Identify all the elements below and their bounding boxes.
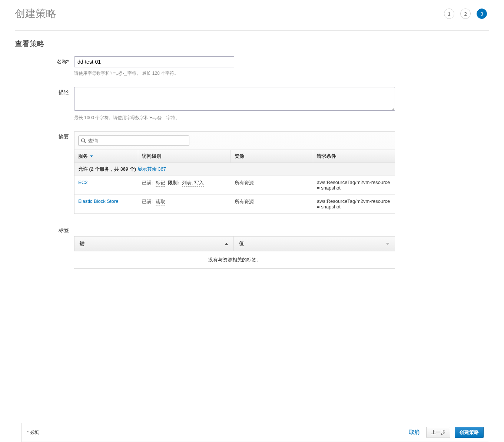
tags-headers: 键 值	[74, 236, 395, 251]
sort-asc-icon	[225, 243, 228, 245]
access-tag: 读取	[156, 198, 165, 205]
access-level-cell: 已满: 读取	[138, 195, 231, 213]
step-2[interactable]: 2	[460, 9, 471, 19]
header-service-label: 服务	[78, 153, 88, 160]
sort-desc-icon	[386, 243, 389, 245]
summary-headers: 服务 访问级别 资源 请求条件	[74, 150, 395, 163]
access-limit-values: 列表, 写入	[182, 180, 204, 187]
tags-panel: 键 值 没有与资源相关的标签。	[74, 236, 395, 269]
review-policy-title: 查看策略	[15, 39, 489, 49]
name-label: 名称*	[15, 56, 74, 84]
tags-empty-message: 没有与资源相关的标签。	[74, 251, 395, 269]
policy-row: EC2 已满: 标记 限制: 列表, 写入 所有资源 aws:ResourceT…	[74, 176, 395, 195]
search-icon	[81, 138, 86, 143]
request-condition-cell: aws:ResourceTag/m2vm-resource = snapshot	[313, 195, 395, 213]
svg-point-0	[82, 139, 85, 142]
summary-label: 摘要	[15, 131, 74, 214]
resource-cell: 所有资源	[231, 195, 313, 213]
svg-line-1	[84, 142, 86, 143]
previous-button[interactable]: 上一步	[426, 427, 450, 438]
description-textarea[interactable]	[74, 87, 395, 111]
tags-header-key[interactable]: 键	[74, 237, 234, 251]
header: 创建策略 1 2 3	[15, 7, 489, 31]
step-3[interactable]: 3	[477, 9, 487, 19]
summary-search[interactable]	[78, 135, 189, 146]
header-resource[interactable]: 资源	[231, 150, 313, 163]
allow-summary-row: 允许 (2 个服务，共 369 个) 显示其余 367	[74, 163, 395, 176]
allow-summary-text: 允许 (2 个服务，共 369 个)	[78, 166, 136, 172]
cancel-button[interactable]: 取消	[407, 429, 422, 436]
resource-cell: 所有资源	[231, 176, 313, 194]
description-help-text: 最长 1000 个字符。请使用字母数字和'+=,.@-_'字符。	[74, 115, 489, 121]
step-1[interactable]: 1	[444, 9, 454, 19]
show-remaining-link[interactable]: 显示其余 367	[137, 166, 166, 172]
create-policy-button[interactable]: 创建策略	[455, 427, 484, 438]
service-link-ebs[interactable]: Elastic Block Store	[78, 198, 118, 204]
description-label: 描述	[15, 87, 74, 128]
access-level-cell: 已满: 标记 限制: 列表, 写入	[138, 176, 231, 194]
request-condition-cell: aws:ResourceTag/m2vm-resource = snapshot	[313, 176, 395, 194]
summary-panel: 服务 访问级别 资源 请求条件 允许 (2 个服务，共 369 个) 显示其余 …	[74, 131, 395, 214]
footer-bar: * 必填 取消 上一步 创建策略	[21, 423, 489, 442]
policy-row: Elastic Block Store 已满: 读取 所有资源 aws:Reso…	[74, 195, 395, 214]
header-request[interactable]: 请求条件	[313, 150, 395, 163]
tags-header-value-label: 值	[239, 240, 244, 247]
sort-caret-down-icon	[90, 155, 93, 157]
tags-header-key-label: 键	[80, 240, 84, 247]
wizard-steps: 1 2 3	[444, 9, 489, 19]
header-service[interactable]: 服务	[74, 150, 138, 163]
tags-label: 标签	[15, 225, 74, 269]
tags-header-value[interactable]: 值	[234, 237, 395, 251]
required-note: * 必填	[27, 429, 39, 436]
header-access[interactable]: 访问级别	[138, 150, 231, 163]
summary-search-input[interactable]	[87, 138, 187, 144]
name-input[interactable]	[74, 56, 234, 67]
service-link-ec2[interactable]: EC2	[78, 180, 87, 185]
access-tag: 标记	[156, 180, 165, 187]
name-help-text: 请使用字母数字和'+=,.@-_'字符。 最长 128 个字符。	[74, 70, 489, 77]
page-title: 创建策略	[15, 7, 56, 21]
